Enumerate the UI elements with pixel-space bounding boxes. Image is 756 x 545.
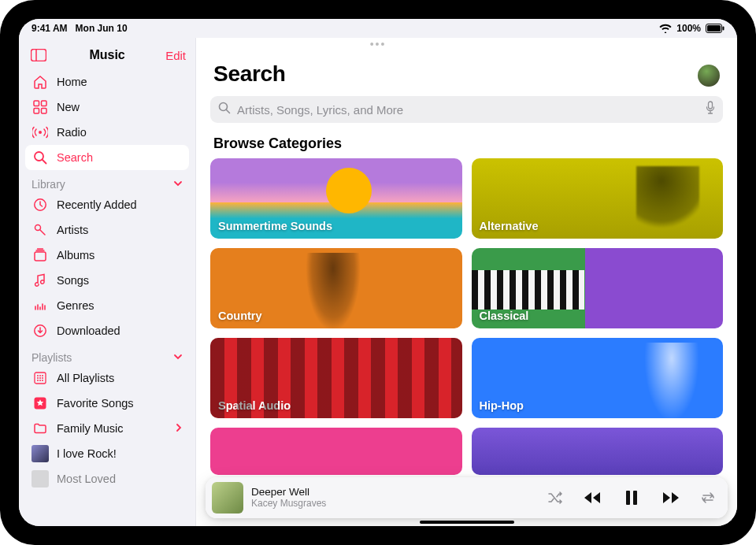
section-title: Browse Categories <box>196 123 737 158</box>
shuffle-button[interactable] <box>547 489 564 506</box>
sidebar-item-all-playlists[interactable]: All Playlists <box>25 365 189 391</box>
sidebar-item-label: Search <box>57 151 93 164</box>
sidebar-item-new[interactable]: New <box>25 95 189 120</box>
sidebar-section-playlists[interactable]: Playlists <box>25 343 189 365</box>
previous-button[interactable] <box>581 487 603 509</box>
category-label: Classical <box>480 310 529 322</box>
next-button[interactable] <box>660 487 682 509</box>
now-playing-title: Deeper Well <box>251 486 539 499</box>
battery-icon <box>706 24 724 33</box>
sidebar-item-search[interactable]: Search <box>25 145 189 170</box>
sidebar-item-songs[interactable]: Songs <box>25 268 189 293</box>
star-icon <box>32 395 49 412</box>
svg-rect-30 <box>709 102 713 109</box>
sidebar-item-label: Songs <box>57 274 89 287</box>
section-label: Playlists <box>32 351 72 364</box>
sidebar-item-label: All Playlists <box>57 372 114 384</box>
now-playing-bar[interactable]: Deeper Well Kacey Musgraves <box>206 477 728 518</box>
music-note-icon <box>32 272 49 289</box>
svg-line-11 <box>43 160 46 164</box>
category-card[interactable] <box>472 428 724 475</box>
guitar-icon <box>32 297 49 314</box>
sidebar-item-radio[interactable]: Radio <box>25 120 189 145</box>
category-label: Country <box>218 310 262 322</box>
sidebar-item-label: Genres <box>57 299 94 312</box>
sidebar-item-label: Most Loved <box>57 473 116 485</box>
sidebar-item-i-love-rock[interactable]: I love Rock! <box>25 441 189 466</box>
category-card[interactable] <box>210 428 462 475</box>
category-alternative[interactable]: Alternative <box>472 158 724 239</box>
svg-point-21 <box>37 377 39 379</box>
category-summertime-sounds[interactable]: Summertime Sounds <box>210 158 462 239</box>
svg-line-14 <box>40 230 46 235</box>
sidebar-item-most-loved[interactable]: Most Loved <box>25 466 189 491</box>
now-playing-artist: Kacey Musgraves <box>251 499 539 510</box>
sidebar-toggle-button[interactable] <box>28 45 49 65</box>
sidebar-item-family-music[interactable]: Family Music <box>25 416 189 441</box>
svg-point-25 <box>39 380 41 381</box>
sidebar-item-artists[interactable]: Artists <box>25 217 189 243</box>
wifi-icon <box>659 24 672 33</box>
playlist-artwork <box>32 445 49 462</box>
sidebar-item-label: Family Music <box>57 422 124 435</box>
svg-point-23 <box>42 377 43 379</box>
status-bar: 9:41 AM Mon Jun 10 100% <box>19 19 737 38</box>
sidebar-item-label: New <box>57 101 80 113</box>
category-label: Summertime Sounds <box>218 220 332 232</box>
svg-point-18 <box>37 375 39 376</box>
main-content: Search Browse Categories Summertime Soun… <box>196 38 737 526</box>
search-field[interactable] <box>210 96 723 123</box>
radio-icon <box>32 124 49 141</box>
svg-rect-7 <box>34 109 39 114</box>
category-label: Alternative <box>480 220 539 232</box>
svg-point-26 <box>42 380 43 381</box>
sidebar-item-albums[interactable]: Albums <box>25 243 189 268</box>
svg-rect-2 <box>723 27 724 31</box>
svg-point-9 <box>39 131 42 134</box>
playlist-grid-icon <box>32 369 49 387</box>
svg-rect-31 <box>626 491 630 505</box>
home-icon <box>32 73 49 91</box>
category-hip-hop[interactable]: Hip-Hop <box>472 338 724 418</box>
multitasking-dots-icon[interactable]: ••• <box>370 38 387 50</box>
grid-icon <box>32 98 49 116</box>
now-playing-artwork[interactable] <box>212 482 243 513</box>
chevron-down-icon <box>173 178 183 191</box>
dictation-icon[interactable] <box>706 101 715 118</box>
sidebar-item-label: Favorite Songs <box>57 397 134 410</box>
sidebar-item-recently-added[interactable]: Recently Added <box>25 192 189 217</box>
pause-button[interactable] <box>621 487 643 509</box>
sidebar-item-label: Downloaded <box>57 324 120 337</box>
svg-rect-15 <box>35 252 46 261</box>
category-label: Spatial Audio <box>218 399 291 412</box>
sidebar-item-downloaded[interactable]: Downloaded <box>25 318 189 343</box>
home-indicator[interactable] <box>420 521 514 524</box>
search-input[interactable] <box>237 103 699 117</box>
sidebar-item-home[interactable]: Home <box>25 69 189 95</box>
repeat-button[interactable] <box>699 489 717 506</box>
playlist-artwork <box>32 470 49 488</box>
category-country[interactable]: Country <box>210 248 462 328</box>
status-time: 9:41 AM <box>32 23 68 34</box>
sidebar-item-favorite-songs[interactable]: Favorite Songs <box>25 391 189 416</box>
sidebar-item-label: Artists <box>57 224 88 236</box>
category-label: Hip-Hop <box>480 399 524 412</box>
account-avatar[interactable] <box>698 65 720 87</box>
chevron-down-icon <box>173 351 183 364</box>
category-classical[interactable]: Classical <box>472 248 724 328</box>
sidebar-item-label: Albums <box>57 249 94 261</box>
page-title: Search <box>213 61 286 87</box>
battery-text: 100% <box>676 23 701 34</box>
sidebar-section-library[interactable]: Library <box>25 170 189 192</box>
download-icon <box>32 322 49 339</box>
section-label: Library <box>32 178 65 191</box>
now-playing-info[interactable]: Deeper Well Kacey Musgraves <box>251 486 539 509</box>
category-grid: Summertime Sounds Alternative Country Cl… <box>196 158 737 475</box>
category-spatial-audio[interactable]: Spatial Audio <box>210 338 462 418</box>
edit-button[interactable]: Edit <box>165 49 186 62</box>
svg-point-24 <box>37 380 39 381</box>
sidebar-item-genres[interactable]: Genres <box>25 293 189 318</box>
clock-icon <box>32 196 49 213</box>
mic-icon <box>32 221 49 239</box>
folder-icon <box>32 420 49 437</box>
